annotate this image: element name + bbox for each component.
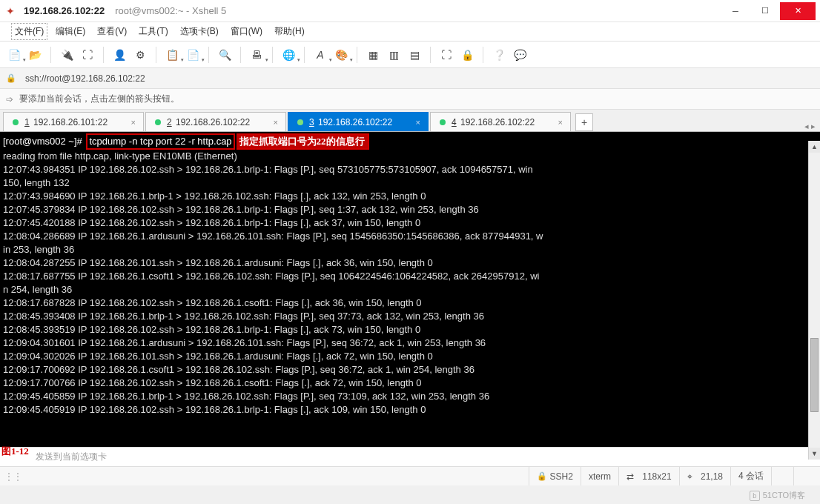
- status-dot-icon: [155, 119, 161, 125]
- close-tab-icon[interactable]: ×: [416, 118, 420, 127]
- scroll-thumb[interactable]: [810, 338, 819, 412]
- address-bar: 🔒 ssh://root@192.168.26.102:22: [0, 68, 820, 89]
- status-size: ⇄ 118x21: [618, 467, 679, 485]
- menu-window[interactable]: 窗口(W): [227, 23, 266, 40]
- session-tab[interactable]: 2 192.168.26.102:22×: [145, 112, 286, 131]
- toolbar: 📄 📂 🔌 ⛶ 👤 ⚙ 📋 📄 🔍 🖶 🌐 A 🎨 ▦ ▥ ▤ ⛶ 🔒 ❔ 💬: [0, 42, 820, 68]
- help-icon[interactable]: ❔: [489, 45, 509, 64]
- status-bar: ⋮⋮ 🔒SSH2 xterm ⇄ 118x21 ⌖ 21,18 4 会话: [0, 466, 820, 485]
- session-tab[interactable]: 1 192.168.26.101:22×: [3, 112, 144, 131]
- menu-tab[interactable]: 选项卡(B): [176, 23, 222, 40]
- address-field[interactable]: ssh://root@192.168.26.102:22: [22, 72, 814, 85]
- chat-icon[interactable]: 💬: [510, 45, 529, 64]
- tile-icon[interactable]: ▤: [405, 45, 424, 64]
- close-tab-icon[interactable]: ×: [131, 118, 136, 127]
- status-sessions: 4 会话: [730, 467, 771, 485]
- send-bar[interactable]: 图1-12 发送到当前选项卡: [0, 447, 820, 466]
- profile-icon[interactable]: 👤: [110, 45, 129, 64]
- lock-icon: 🔒: [6, 73, 16, 83]
- annotation-note: 指定抓取端口号为22的信息行: [237, 133, 369, 150]
- maximize-button[interactable]: ☐: [750, 2, 780, 20]
- session-tab[interactable]: 3 192.168.26.102:22×: [288, 112, 429, 131]
- menu-view[interactable]: 查看(V): [93, 23, 130, 40]
- tab-scroll-icon[interactable]: ◂ ▸: [800, 122, 820, 131]
- layout-icon[interactable]: ▦: [363, 45, 383, 64]
- highlighted-command: tcpdump -n tcp port 22 -r http.cap: [86, 133, 234, 150]
- status-pos: ⌖ 21,18: [679, 467, 730, 485]
- scroll-up-icon[interactable]: ▲: [809, 141, 820, 153]
- close-tab-icon[interactable]: ×: [274, 118, 278, 127]
- menu-tools[interactable]: 工具(T): [135, 23, 171, 40]
- tip-text: 要添加当前会话，点击左侧的箭头按钮。: [19, 93, 179, 105]
- color-icon[interactable]: 🎨: [331, 45, 351, 64]
- disconnect-icon[interactable]: ⛶: [78, 45, 97, 64]
- title-sub: root@vms002:~ - Xshell 5: [115, 5, 226, 16]
- menu-bar: 文件(F) 编辑(E) 查看(V) 工具(T) 选项卡(B) 窗口(W) 帮助(…: [0, 22, 820, 42]
- status-ssh: 🔒SSH2: [529, 467, 581, 485]
- menu-edit[interactable]: 编辑(E): [52, 23, 89, 40]
- terminal-view[interactable]: [root@vms002 ~]# tcpdump -n tcp port 22 …: [0, 132, 820, 447]
- close-tab-icon[interactable]: ×: [558, 118, 563, 127]
- figure-label: 图1-12: [1, 445, 29, 458]
- status-num: [793, 467, 816, 485]
- status-dot-icon: [440, 119, 446, 125]
- copy-icon[interactable]: 📋: [162, 45, 182, 64]
- fullscreen-icon[interactable]: ⛶: [437, 45, 456, 64]
- menu-help[interactable]: 帮助(H): [271, 23, 308, 40]
- watermark: b51CTO博客: [750, 490, 805, 501]
- title-main: 192.168.26.102:22: [24, 5, 105, 16]
- paste-icon[interactable]: 📄: [183, 45, 202, 64]
- close-button[interactable]: ✕: [780, 2, 816, 20]
- cascade-icon[interactable]: ▥: [384, 45, 403, 64]
- add-tab-button[interactable]: +: [575, 113, 593, 131]
- font-icon[interactable]: A: [311, 45, 330, 64]
- globe-icon[interactable]: 🌐: [279, 45, 298, 64]
- new-file-icon[interactable]: 📄: [4, 45, 24, 64]
- session-tabs: 1 192.168.26.101:22×2 192.168.26.102:22×…: [0, 110, 820, 132]
- scroll-down-icon[interactable]: ▼: [809, 448, 820, 460]
- app-icon: ✦: [4, 5, 16, 17]
- open-icon[interactable]: 📂: [25, 45, 44, 64]
- title-bar: ✦ 192.168.26.102:22 root@vms002:~ - Xshe…: [0, 0, 820, 22]
- vertical-scrollbar[interactable]: ▲ ▼: [808, 141, 820, 460]
- status-dot-icon: [13, 119, 19, 125]
- minimize-button[interactable]: ─: [721, 2, 750, 20]
- status-caps: [771, 467, 793, 485]
- tip-arrow-icon[interactable]: ➩: [6, 94, 13, 105]
- status-dot-icon: [297, 119, 303, 125]
- lock-icon[interactable]: 🔒: [457, 45, 477, 64]
- session-tab[interactable]: 4 192.168.26.102:22×: [430, 112, 571, 131]
- menu-file[interactable]: 文件(F): [11, 23, 47, 40]
- connect-icon[interactable]: 🔌: [57, 45, 76, 64]
- status-term: xterm: [581, 467, 618, 485]
- tip-bar: ➩ 要添加当前会话，点击左侧的箭头按钮。: [0, 89, 820, 110]
- grip-icon: ⋮⋮: [4, 471, 19, 482]
- find-icon[interactable]: 🔍: [215, 45, 234, 64]
- send-placeholder: 发送到当前选项卡: [36, 451, 107, 463]
- print-icon[interactable]: 🖶: [247, 45, 266, 64]
- properties-icon[interactable]: ⚙: [130, 45, 150, 64]
